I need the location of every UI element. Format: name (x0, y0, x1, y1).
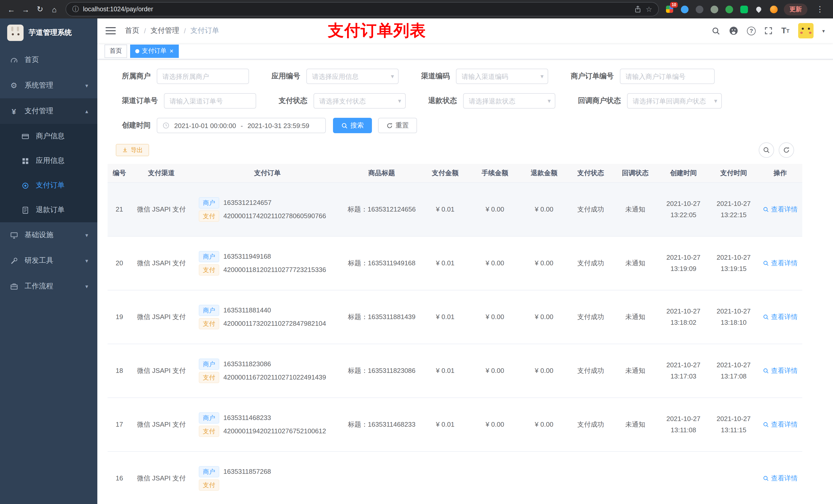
cell-notify-status (613, 451, 658, 504)
view-detail-link[interactable]: 查看详情 (763, 312, 798, 321)
site-info-icon[interactable]: ⓘ (72, 5, 79, 14)
channel-code-input[interactable] (456, 69, 548, 84)
table-row[interactable]: 16 微信 JSAPI 支付 商户 1635311857268 支付 查看详情 (108, 451, 802, 504)
refund-status-select-input[interactable] (463, 93, 555, 109)
sidebar-item-workflow[interactable]: 工作流程 ▾ (0, 273, 97, 299)
font-size-icon[interactable]: TT (781, 26, 789, 35)
extension-emoji-icon[interactable] (769, 5, 778, 14)
sidebar-toggle-icon[interactable] (105, 27, 116, 34)
refresh-button[interactable] (779, 142, 794, 158)
cell-create-time: 2021-10-2713:17:03 (658, 344, 709, 398)
sidebar-item-payment[interactable]: ¥ 支付管理 ▴ (0, 98, 97, 124)
extension-gray-icon[interactable] (710, 5, 719, 14)
tag-pay-order[interactable]: 支付订单 × (130, 44, 178, 57)
table-row[interactable]: 21 微信 JSAPI 支付 商户 1635312124657 支付 42000… (108, 182, 802, 236)
cell-channel: 微信 JSAPI 支付 (131, 236, 192, 290)
view-detail-link[interactable]: 查看详情 (763, 474, 798, 483)
cell-fee: ¥ 0.00 (470, 398, 520, 451)
col-id: 编号 (108, 164, 131, 182)
search-icon[interactable] (712, 26, 720, 35)
sidebar-item-home[interactable]: 首页 (0, 47, 97, 73)
tag-close-icon[interactable]: × (170, 48, 173, 54)
table-row[interactable]: 20 微信 JSAPI 支付 商户 1635311949168 支付 42000… (108, 236, 802, 290)
cell-pay-time: 2021-10-2713:11:15 (709, 398, 758, 451)
url-text[interactable]: localhost:1024/pay/order (83, 6, 153, 13)
chevron-down-icon: ▾ (85, 283, 88, 290)
sidebar-item-dev-tools[interactable]: 研发工具 ▾ (0, 248, 97, 273)
sidebar-item-pay-order[interactable]: 支付订单 (0, 173, 97, 198)
share-icon[interactable] (635, 6, 642, 13)
address-bar[interactable]: ⓘ localhost:1024/pay/order ☆ (66, 2, 659, 16)
range-end-value[interactable]: 2021-10-31 23:59:59 (247, 122, 309, 129)
view-detail-link[interactable]: 查看详情 (763, 366, 798, 375)
sidebar-item-label: 研发工具 (25, 256, 53, 265)
fullscreen-icon[interactable] (764, 27, 772, 35)
extension-dark-icon[interactable] (695, 5, 704, 14)
table-row[interactable]: 18 微信 JSAPI 支付 商户 1635311823086 支付 42000… (108, 344, 802, 398)
bookmark-star-icon[interactable]: ☆ (646, 5, 652, 13)
export-button[interactable]: 导出 (116, 144, 149, 156)
range-start-value[interactable]: 2021-10-01 00:00:00 (174, 122, 236, 129)
breadcrumb-home[interactable]: 首页 (125, 26, 139, 35)
top-navbar: 首页 / 支付管理 / 支付订单 支付订单列表 ? (97, 19, 833, 43)
extension-green-icon[interactable] (724, 5, 734, 14)
col-create-time: 创建时间 (658, 164, 709, 182)
extension-pin-icon[interactable] (754, 5, 763, 14)
document-icon (21, 206, 30, 214)
user-avatar[interactable] (798, 23, 813, 39)
cell-fee (470, 451, 520, 504)
browser-menu-icon[interactable]: ⋮ (813, 5, 827, 14)
merchant-order-no: 1635311468233 (223, 414, 271, 422)
extension-drop-icon[interactable] (680, 5, 689, 14)
app-logo[interactable]: 芋道管理系统 (0, 19, 97, 47)
briefcase-icon (9, 283, 19, 290)
table-row[interactable]: 17 微信 JSAPI 支付 商户 1635311468233 支付 42000… (108, 398, 802, 451)
cell-pay-status (569, 451, 613, 504)
search-button[interactable]: 搜索 (333, 118, 372, 133)
filter-label-merchant-order-no: 商户订单编号 (571, 72, 614, 81)
toggle-search-button[interactable] (759, 142, 774, 158)
app-select-input[interactable] (306, 69, 399, 84)
browser-reload-icon[interactable]: ↻ (33, 2, 47, 16)
view-detail-link[interactable]: 查看详情 (763, 420, 798, 429)
active-tag-dot (135, 49, 139, 53)
sidebar-item-label: 应用信息 (36, 156, 65, 165)
pay-status-select-input[interactable] (313, 93, 406, 109)
pay-tag: 支付 (199, 210, 219, 221)
browser-home-icon[interactable]: ⌂ (47, 2, 62, 16)
notify-status-select-input[interactable] (627, 93, 722, 109)
sidebar-item-app-info[interactable]: 应用信息 (0, 148, 97, 173)
sidebar-item-infra[interactable]: 基础设施 ▾ (0, 222, 97, 248)
cell-create-time: 2021-10-2713:22:05 (658, 182, 709, 236)
merchant-order-no-input[interactable] (620, 69, 715, 84)
extension-puzzle-icon[interactable]: 10 (665, 5, 674, 14)
sidebar-item-refund-order[interactable]: 退款订单 (0, 198, 97, 222)
extension-chat-icon[interactable] (739, 5, 748, 14)
browser-back-icon[interactable]: ← (4, 2, 19, 16)
sidebar-item-system[interactable]: ⚙ 系统管理 ▾ (0, 73, 97, 98)
cell-amount: ¥ 0.01 (420, 290, 470, 344)
pay-tag: 支付 (199, 479, 219, 490)
breadcrumb-payment[interactable]: 支付管理 (151, 26, 179, 35)
create-time-range-picker[interactable]: 2021-10-01 00:00:00 - 2021-10-31 23:59:5… (157, 118, 326, 133)
browser-update-button[interactable]: 更新 (784, 3, 807, 15)
cell-title: 标题：1635311949168 (343, 236, 420, 290)
browser-forward-icon[interactable]: → (19, 2, 33, 16)
view-detail-link[interactable]: 查看详情 (763, 258, 798, 268)
view-detail-link[interactable]: 查看详情 (763, 205, 798, 214)
channel-order-no-input[interactable] (164, 93, 256, 109)
merchant-tag: 商户 (199, 412, 219, 423)
cell-title: 标题：1635311823086 (343, 344, 420, 398)
table-row[interactable]: 19 微信 JSAPI 支付 商户 1635311881440 支付 42000… (108, 290, 802, 344)
help-icon[interactable]: ? (747, 26, 756, 35)
cell-refund: ¥ 0.00 (520, 236, 569, 290)
sidebar-item-merchant-info[interactable]: 商户信息 (0, 124, 97, 148)
sidebar-item-label: 支付管理 (25, 106, 53, 116)
col-fee: 手续金额 (470, 164, 520, 182)
merchant-select-input[interactable] (157, 69, 249, 84)
tag-home[interactable]: 首页 (104, 44, 127, 57)
github-icon[interactable] (729, 26, 738, 35)
monitor-icon (9, 231, 19, 239)
caret-down-icon[interactable]: ▾ (822, 28, 825, 33)
reset-button[interactable]: 重置 (378, 118, 417, 133)
